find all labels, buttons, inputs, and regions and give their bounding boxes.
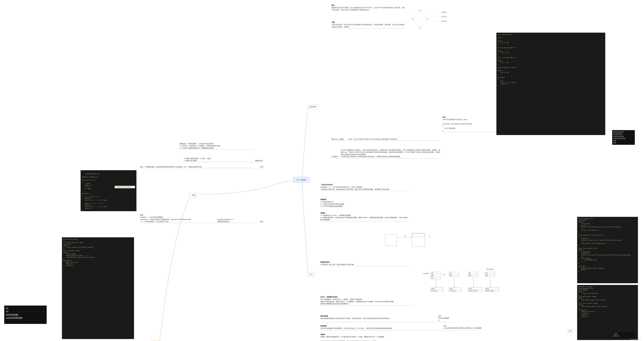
poly-vdtor-h: 虚析构函数 (320, 315, 434, 317)
code-template-body: using namespace std; template <typename … (82, 173, 108, 211)
legend-c: 汇聚子类 (441, 20, 447, 22)
poly-abstract: 抽象类 抽象类一般是用来被继承的，它不能实例化出具体的一个对象。抽象类中至少有一… (320, 333, 448, 341)
poly-intro-body: 多态就像一个人，可以有很多角色或者行为，取决于不同情境 父类的指针或者引用，指向… (320, 186, 408, 191)
poly-pure: 纯虚函数 当父类中虚函数被子类用来重写，且没有定义的意义，这个时候，一般把父类中… (320, 325, 482, 330)
svg-text:C: C (426, 18, 428, 20)
branch-template: 模板 (190, 193, 198, 198)
root-label: c++ day6 (296, 179, 306, 181)
code-template: using namespace std; template <typename … (80, 170, 136, 211)
template-use-body: 建立一个通用的函数，其返回值类型或者形参类型 不具体制定，用一个虚拟的类型来代替… (140, 166, 203, 168)
template-feature1: 1> 模板不能直接使用，它只是一个框架 (184, 157, 211, 160)
diamond-graph: A B C D (408, 8, 431, 30)
poly-vfunc-body: 1> 在函数前加上 virtual ---->该函数是虚函数 2> 虚函数满足继… (320, 214, 408, 221)
poly-pure-fmt: virtual 函数返回值类型 函数名(形参列表) = 0;//纯虚函数 (444, 327, 482, 329)
svg-text:D: D (419, 27, 420, 29)
branch-poly-label: 多态 (309, 273, 313, 276)
poly-override-body: 1> 必须有继承关系 2> 子类和父类有同名同类型的函数 3> 父类中的该函数必… (320, 201, 408, 207)
vptr-diagram: son的对象 vptr 属性 扩展 ⇐ vptr 属性 vptr 属性 vptr… (423, 268, 508, 302)
template-expl2: template------>表示开始创建模板 (140, 216, 191, 218)
diamond-solve: 解决办法：虚继承 作用：可以让汇聚子类只保留一份中间子类从公共基类继承下来的成员 (332, 138, 439, 141)
code-poly: using namespace std; class Hero { public… (577, 217, 638, 283)
root-node: c++ day6 (293, 177, 310, 183)
svg-text:A: A (420, 9, 420, 11)
poly-vfunc-h: 虚函数 (320, 212, 408, 214)
diamond-note-h: 注意事项 (332, 156, 338, 158)
svg-line-7 (421, 20, 426, 27)
poly-pure-h: 纯虚函数 (320, 325, 439, 327)
poly-compat-h: 赋值兼容规则 (320, 261, 408, 263)
template-format: 解释： template------>表示开始创建模板 typename----… (140, 214, 263, 223)
poly-principle-h: 多态中，函数重写的原理 (320, 296, 414, 298)
diamond-concept-h: 概念 (332, 4, 405, 6)
legend-b: 中间子类 (441, 16, 447, 18)
template-fmt-code: template<typename T> 函数的声明或定义 (218, 218, 234, 223)
template-intro-body: 模板就是一个通用的模具，大大提高代码的复用性。 C++还有另一个编程思想，泛型编… (180, 143, 253, 150)
svg-rect-13 (412, 233, 425, 247)
diamond-notes: 注意事项 1.中间子类虚继承公共基类后，汇聚子类的初始化列表，先调用中间子类的有… (332, 149, 440, 158)
svg-text:B: B (412, 18, 414, 20)
poly-vdtor-fmt: virtual 析构函数 {} (438, 317, 449, 322)
branch-vptr: 虚指针 (151, 340, 160, 341)
diamond-problem-body: 汇聚子类会得到，中间子类从公共基类继承下来的多份成员。造成空间浪费，没有必要。还… (332, 23, 405, 28)
template-expl4: T------>表示数据类型，可以其他符号代替 (140, 221, 191, 223)
diamond-solve-h: 解决办法：虚继承 (332, 138, 344, 140)
sub-poly-label: 多态 (568, 330, 572, 332)
svg-line-6 (414, 20, 419, 27)
template-intro: 模板就是一个通用的模具，大大提高代码的复用性。 C++还有另一个编程思想，泛型编… (180, 143, 253, 150)
svg-text:继承: 继承 (404, 235, 406, 237)
poly-intro: 一种形式多种状态 多态就像一个人，可以有很多角色或者行为，取决于不同情境 父类的… (320, 184, 408, 191)
branch-diamond-label: 菱形继承 (309, 106, 316, 108)
template-expl3: typename----->表明后面的符号是数据类型，typename 也可以用… (140, 218, 191, 221)
poly-pure-body: 当父类中虚函数被子类用来重写，且没有定义的意义，这个时候，一般把父类中的虚函数设… (320, 327, 439, 330)
template-feature2: 2> 模板不是万能的 (184, 160, 211, 162)
poly-override: 函数重写 1> 必须有继承关系 2> 子类和父类有同名同类型的函数 3> 父类中… (320, 198, 408, 208)
edge-root-diamond (302, 107, 316, 179)
svg-line-4 (414, 11, 419, 18)
diamond-solve-use: 作用：可以让汇聚子类只保留一份中间子类从公共基类继承下来的成员 (349, 138, 397, 140)
template-use-lbl: 作用 (260, 166, 263, 168)
template-feature-lbl: 模板的特点 (255, 160, 263, 162)
code-tooltip: E:\app\Tool\qtcreator... (115, 186, 135, 188)
diamond-note-body: 1.中间子类虚继承公共基类后，汇聚子类的初始化列表，先调用中间子类的有参构造函数… (340, 149, 440, 158)
code-vdtor: #include <iostream> //... // virtual des… (62, 237, 134, 339)
tag-poly-output: 上课啦 超神启动 (612, 332, 635, 338)
template-use: 建立一个通用的函数，其返回值类型或者形参类型 不具体制定，用一个虚拟的类型来代替… (140, 166, 263, 168)
poly-pure-fmt-h: 格式 (444, 325, 482, 327)
code-abstract: #include <iostream> using namespace std;… (577, 285, 638, 340)
template-fmt-lbl: 格式 (260, 221, 263, 223)
poly-compat: 赋值兼容规则 父类的指针 或者 引用，指向或初始化子类的对象 (320, 261, 408, 266)
svg-rect-14 (413, 234, 424, 237)
diamond-legend: 公共基类 中间子类 汇聚子类 (434, 11, 447, 22)
watermark: CSDN @xky0527 (630, 339, 642, 341)
svg-text:vptr: vptr (428, 236, 430, 237)
branch-poly: 多态 (307, 272, 315, 277)
edge-root-template (197, 179, 293, 196)
poly-principle-body: 类中有虚函数时，类里就会有一个虚指针，虚指针也满足继承 虚指针在类的最前面，虚指… (320, 298, 414, 305)
template-expl1: 解释： (140, 214, 191, 216)
poly-vdtor-body: 虚析构函数用来解决 父类指针指向子类对象，父类指针释放，导致子类自身拓展的空间没… (320, 318, 434, 320)
poly-abstract-body: 抽象类一般是用来被继承的，它不能实例化出具体的一个对象。抽象类中至少有一个纯虚函… (320, 336, 448, 341)
edge-root-poly (302, 182, 316, 274)
mindmap-canvas: c++ day6 菱形继承 模板 多态 虚指针 概念 菱形继承又称为钻石继承，由… (0, 0, 644, 341)
output-vdtor: 16 34 h的析构函数 name的析构函数 (4, 306, 47, 324)
poly-principle: 多态中，函数重写的原理 类中有虚函数时，类里就会有一个虚指针，虚指针也满足继承 … (320, 296, 414, 306)
svg-line-5 (421, 11, 426, 18)
code-diamond: using namespace std; class A { public: i… (496, 33, 605, 135)
diamond-problem-h: 问题 (332, 21, 405, 23)
template-features: 1> 模板不能直接使用，它只是一个框架 2> 模板不是万能的 模板的特点 (184, 157, 263, 162)
poly-vdtor: 虚析构函数 虚析构函数用来解决 父类指针指向子类对象，父类指针释放，导致子类自身… (320, 315, 449, 322)
diamond-problem: 问题 汇聚子类会得到，中间子类从公共基类继承下来的多份成员。造成空间浪费，没有必… (332, 21, 405, 29)
poly-intro-h: 一种形式多种状态 (320, 184, 408, 186)
svg-rect-12 (385, 235, 396, 246)
poly-abstract-h: 抽象类 (320, 333, 448, 336)
poly-compat-body: 父类的指针 或者 引用，指向或初始化子类的对象 (320, 264, 408, 266)
sub-poly: 多态 (567, 329, 574, 333)
branch-template-label: 模板 (192, 194, 196, 196)
branch-diamond: 菱形继承 (307, 104, 319, 109)
poly-override-h: 函数重写 (320, 198, 408, 201)
tag-diamond-output: 家具的有参构造 床的有参构造 沙发的有参构造 沙发床的有参构造 可坐 可躺 (612, 130, 635, 145)
legend-a: 公共基类 (441, 11, 447, 13)
diamond-concept-body: 菱形继承又称为钻石继承，由公共基类派生出多个中间子类，又由多个中间子类共同派生出… (332, 7, 405, 11)
vptr-mini: vptr 继承 (372, 232, 436, 260)
poly-vfunc: 虚函数 1> 在函数前加上 virtual ---->该函数是虚函数 2> 虚函… (320, 212, 408, 222)
